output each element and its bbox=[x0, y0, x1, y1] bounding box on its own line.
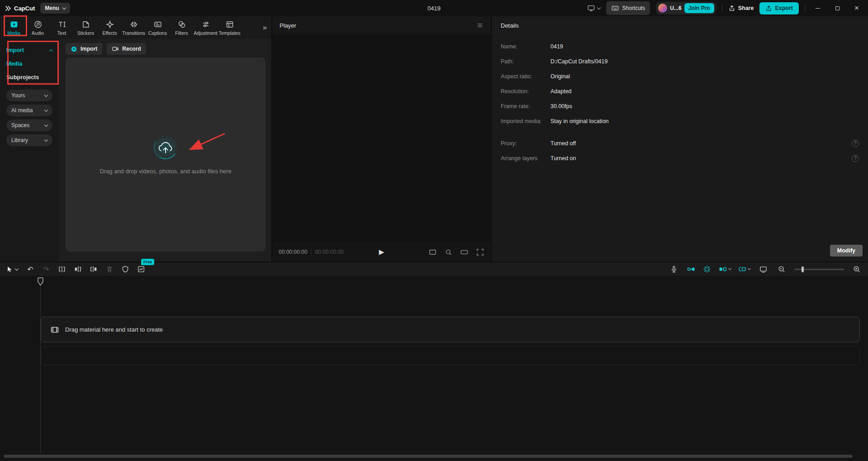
main-track-magnet-toggle[interactable] bbox=[687, 265, 696, 274]
auto-ripple-toggle[interactable] bbox=[702, 265, 711, 274]
sidebar-item-label: Media bbox=[6, 61, 22, 67]
voiceover-mic-button[interactable] bbox=[668, 263, 680, 275]
play-button[interactable]: ▶ bbox=[379, 248, 384, 256]
help-icon[interactable]: ? bbox=[852, 140, 859, 147]
chevron-down-icon bbox=[62, 5, 66, 9]
redo-button[interactable]: ↷ bbox=[40, 263, 52, 275]
tab-effects[interactable]: Effects bbox=[98, 16, 122, 39]
tab-transitions[interactable]: Transitions bbox=[122, 16, 146, 39]
mask-button[interactable] bbox=[119, 263, 131, 275]
tab-text[interactable]: Text bbox=[50, 16, 74, 39]
share-button[interactable]: Share bbox=[728, 5, 754, 12]
maximize-icon bbox=[835, 6, 840, 10]
link-clips-toggle[interactable] bbox=[718, 265, 731, 274]
help-icon[interactable]: ? bbox=[852, 155, 859, 162]
user-avatar[interactable] bbox=[658, 4, 667, 13]
capcut-logo-icon bbox=[5, 5, 11, 12]
media-dropzone[interactable]: Drag and drop videos, photos, and audio … bbox=[66, 57, 266, 252]
player-header: Player bbox=[272, 16, 491, 34]
sidebar-item-subprojects[interactable]: Subprojects bbox=[0, 71, 59, 84]
tab-stickers[interactable]: Stickers bbox=[74, 16, 98, 39]
chevron-up-icon bbox=[49, 49, 53, 52]
sidebar-group-library[interactable]: Library bbox=[6, 134, 52, 146]
templates-tab-icon bbox=[225, 20, 234, 29]
zoom-slider-handle[interactable] bbox=[802, 266, 804, 272]
sidebar-item-import[interactable]: Import bbox=[0, 43, 59, 57]
more-tabs-button[interactable]: » bbox=[263, 24, 267, 32]
fullscreen-icon[interactable] bbox=[476, 248, 484, 257]
chevron-down-icon bbox=[597, 5, 600, 9]
chevron-down-icon bbox=[44, 93, 48, 96]
media-sidebar: Import Media Subprojects Yours AI medi bbox=[0, 39, 59, 261]
media-tab-icon bbox=[9, 20, 19, 29]
undo-button[interactable]: ↶ bbox=[24, 263, 36, 275]
detail-label: Aspect ratio: bbox=[501, 73, 550, 80]
timeline-scrollbar[interactable] bbox=[4, 455, 853, 458]
tab-filters[interactable]: Filters bbox=[170, 16, 194, 39]
detail-value: Original bbox=[550, 73, 570, 80]
display-mode-button[interactable] bbox=[587, 4, 600, 12]
smart-tools-button[interactable]: Free bbox=[135, 263, 147, 275]
detail-label: Proxy: bbox=[501, 140, 550, 147]
titlebar: CapCut Menu 0419 Shortcuts U...6 Join Pr… bbox=[0, 0, 868, 16]
tab-audio[interactable]: Audio bbox=[26, 16, 50, 39]
group-label: Yours bbox=[11, 92, 25, 99]
canvas-icon[interactable] bbox=[460, 248, 469, 257]
delete-button[interactable] bbox=[104, 263, 115, 275]
record-label: Record bbox=[122, 46, 141, 52]
main-track-dropzone[interactable]: Drag material here and start to create bbox=[41, 317, 860, 342]
close-button[interactable]: × bbox=[850, 2, 863, 14]
tab-label: Transitions bbox=[122, 30, 145, 36]
sidebar-group-yours[interactable]: Yours bbox=[6, 90, 52, 101]
detail-value: 0419 bbox=[550, 43, 563, 50]
tab-templates[interactable]: Templates bbox=[218, 16, 242, 39]
sidebar-group-spaces[interactable]: Spaces bbox=[6, 119, 52, 131]
player-menu-icon[interactable] bbox=[476, 22, 484, 29]
track-mode-toggle[interactable] bbox=[738, 265, 750, 274]
split-button[interactable] bbox=[56, 263, 68, 275]
zoom-fit-icon[interactable] bbox=[444, 248, 453, 257]
transitions-tab-icon bbox=[129, 20, 138, 29]
player-title: Player bbox=[280, 22, 296, 29]
group-label: Spaces bbox=[11, 122, 29, 128]
timeline[interactable]: Drag material here and start to create bbox=[0, 276, 868, 461]
tab-adjustment[interactable]: Adjustment bbox=[194, 16, 218, 39]
player-controls: 00:00:00:00 00:00:00:00 ▶ bbox=[272, 242, 491, 261]
cloud-upload-icon bbox=[152, 134, 179, 161]
titlebar-right: Shortcuts U...6 Join Pro Share Export ─ … bbox=[587, 1, 863, 15]
menu-button[interactable]: Menu bbox=[40, 3, 70, 14]
tab-media[interactable]: Media bbox=[2, 16, 26, 39]
aspect-ratio-icon[interactable] bbox=[428, 248, 437, 257]
detail-label: Imported media: bbox=[501, 118, 550, 124]
details-row-proxy: Proxy: Turned off ? bbox=[501, 136, 859, 151]
details-body: Name: 0419 Path: D:/CapCut Drafts/0419 A… bbox=[492, 34, 868, 166]
sidebar-item-label: Import bbox=[6, 47, 24, 53]
delete-right-button[interactable] bbox=[88, 263, 100, 275]
tab-captions[interactable]: Captions bbox=[146, 16, 170, 39]
secondary-track-placeholder bbox=[41, 346, 860, 365]
playhead-marker[interactable] bbox=[38, 277, 43, 286]
sidebar-group-ai-media[interactable]: AI media bbox=[6, 105, 52, 116]
capcut-window: CapCut Menu 0419 Shortcuts U...6 Join Pr… bbox=[0, 0, 868, 461]
tab-label: Filters bbox=[175, 30, 188, 36]
record-button[interactable]: Record bbox=[107, 43, 146, 55]
divider bbox=[805, 5, 805, 12]
chevron-down-icon bbox=[44, 138, 48, 141]
select-tool-button[interactable] bbox=[5, 266, 18, 273]
import-button[interactable]: Import bbox=[66, 43, 102, 55]
zoom-out-button[interactable] bbox=[776, 263, 787, 275]
monitor-icon bbox=[587, 4, 595, 12]
timeline-zoom-slider[interactable] bbox=[794, 269, 844, 270]
delete-left-button[interactable] bbox=[72, 263, 84, 275]
maximize-button[interactable] bbox=[830, 2, 844, 14]
sidebar-item-media[interactable]: Media bbox=[0, 57, 59, 71]
preview-axis-button[interactable] bbox=[757, 263, 769, 275]
shortcuts-button[interactable]: Shortcuts bbox=[606, 1, 650, 15]
export-button[interactable]: Export bbox=[759, 2, 799, 14]
export-label: Export bbox=[775, 5, 793, 11]
minimize-button[interactable]: ─ bbox=[811, 2, 825, 14]
modify-button[interactable]: Modify bbox=[830, 245, 863, 257]
tab-label: Text bbox=[57, 30, 66, 36]
zoom-in-button[interactable] bbox=[851, 263, 863, 275]
join-pro-button[interactable]: Join Pro bbox=[684, 3, 714, 13]
